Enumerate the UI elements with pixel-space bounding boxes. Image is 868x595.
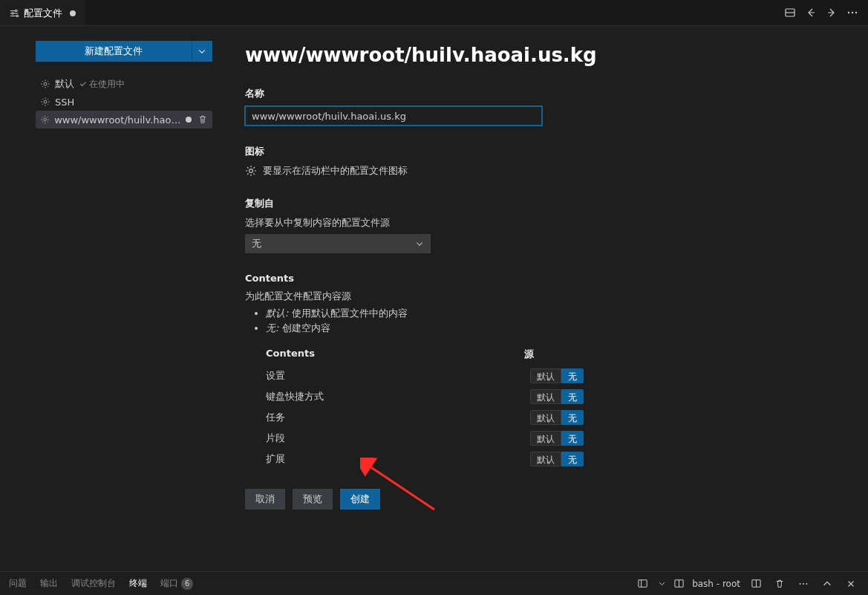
contents-bullets: 默认: 使用默认配置文件中的内容 无: 创建空内容	[245, 306, 587, 336]
chevron-up-icon	[822, 579, 832, 589]
terminal-name-label: bash - root	[692, 579, 740, 589]
profile-name-input[interactable]	[245, 106, 542, 126]
profiles-list: 默认 在使用中 SSH www/wwwroot/huilv.haoai…	[36, 75, 212, 129]
dirty-indicator-icon	[70, 10, 76, 16]
source-none-button[interactable]: 无	[561, 452, 584, 466]
contents-row: 任务默认无	[245, 407, 587, 428]
contents-col-header: Contents	[248, 348, 524, 361]
contents-row: 片段默认无	[245, 428, 587, 449]
nav-back-button[interactable]	[801, 3, 820, 22]
contents-row-name: 扩展	[248, 452, 530, 466]
svg-point-10	[44, 118, 47, 121]
source-col-header: 源	[524, 348, 584, 361]
source-none-button[interactable]: 无	[561, 368, 584, 383]
profiles-sidebar: 新建配置文件 默认 在使用中 SSH	[0, 26, 223, 571]
nav-forward-button[interactable]	[822, 3, 841, 22]
terminal-icon	[673, 578, 685, 589]
panel-tab-terminal[interactable]: 终端	[129, 577, 147, 590]
dirty-indicator-icon	[186, 117, 192, 123]
svg-point-20	[803, 583, 804, 585]
contents-row-name: 片段	[248, 432, 530, 445]
cancel-button[interactable]: 取消	[245, 489, 285, 510]
editor-tab-profiles[interactable]: 配置文件	[0, 0, 85, 25]
layout-toggle-button[interactable]	[780, 3, 800, 22]
delete-profile-button[interactable]	[198, 114, 208, 125]
profile-item-label: www/wwwroot/huilv.haoai…	[54, 114, 181, 126]
svg-rect-13	[639, 580, 647, 587]
svg-point-5	[848, 12, 849, 13]
profile-in-use-badge: 在使用中	[79, 78, 125, 91]
trash-icon	[774, 579, 785, 589]
close-icon	[846, 579, 856, 589]
arrow-right-icon	[826, 7, 838, 19]
source-none-button[interactable]: 无	[561, 431, 584, 446]
svg-point-19	[800, 583, 801, 585]
copy-select-value: 无	[252, 237, 261, 250]
profile-item-default[interactable]: 默认 在使用中	[36, 75, 212, 93]
contents-row: 设置默认无	[245, 365, 587, 386]
icon-label: 图标	[245, 145, 587, 158]
svg-point-6	[852, 12, 853, 13]
source-default-button[interactable]: 默认	[530, 452, 561, 466]
source-default-button[interactable]: 默认	[530, 389, 561, 404]
source-default-button[interactable]: 默认	[530, 410, 561, 425]
copy-source-select[interactable]: 无	[245, 234, 431, 253]
source-default-button[interactable]: 默认	[530, 368, 561, 383]
ellipsis-icon	[798, 579, 809, 589]
contents-table: Contents 源 设置默认无键盘快捷方式默认无任务默认无片段默认无扩展默认无	[245, 343, 587, 469]
kill-terminal-button[interactable]	[771, 576, 788, 592]
svg-point-2	[16, 15, 18, 16]
split-left-button[interactable]	[634, 576, 650, 592]
page-title: www/wwwroot/huilv.haoai.us.kg	[245, 44, 846, 66]
svg-point-9	[44, 100, 47, 103]
bottom-panel: 问题 输出 调试控制台 终端 端口6 bash - root	[0, 571, 868, 595]
contents-row-name: 设置	[248, 369, 530, 383]
panel-tab-ports[interactable]: 端口6	[160, 577, 193, 590]
source-none-button[interactable]: 无	[561, 389, 584, 404]
panel-close-button[interactable]	[843, 576, 859, 592]
chevron-down-icon	[198, 47, 206, 56]
gear-icon	[40, 114, 50, 125]
create-button[interactable]: 创建	[340, 489, 380, 510]
arrow-left-icon	[805, 7, 817, 19]
tab-bar: 配置文件	[0, 0, 868, 26]
profile-item-ssh[interactable]: SSH	[36, 93, 212, 111]
new-profile-dropdown-button[interactable]	[192, 41, 212, 62]
source-none-button[interactable]: 无	[561, 410, 584, 425]
svg-point-8	[44, 82, 47, 85]
gear-icon[interactable]	[245, 165, 257, 177]
contents-desc: 为此配置文件配置内容源	[245, 290, 587, 303]
new-profile-button[interactable]: 新建配置文件	[36, 41, 192, 62]
contents-row: 扩展默认无	[245, 449, 587, 469]
panel-maximize-button[interactable]	[819, 576, 835, 592]
ellipsis-icon	[846, 7, 858, 19]
profile-item-label: 默认	[55, 77, 74, 91]
split-icon	[751, 578, 762, 589]
layout-sidebar-left-icon	[637, 578, 648, 589]
contents-label: Contents	[245, 273, 587, 284]
svg-point-11	[249, 169, 253, 173]
svg-point-0	[15, 10, 16, 11]
svg-point-21	[806, 583, 807, 585]
gear-icon	[40, 97, 50, 107]
profile-item-wwwroot[interactable]: www/wwwroot/huilv.haoai…	[36, 111, 212, 129]
svg-point-1	[12, 12, 13, 13]
split-terminal-button[interactable]	[748, 576, 764, 592]
chevron-down-icon[interactable]	[658, 579, 666, 588]
check-icon	[79, 79, 88, 88]
profile-item-label: SSH	[55, 97, 74, 108]
icon-desc: 要显示在活动栏中的配置文件图标	[263, 164, 408, 178]
preview-button[interactable]: 预览	[293, 489, 333, 510]
source-default-button[interactable]: 默认	[530, 431, 561, 446]
panel-tab-problems[interactable]: 问题	[9, 577, 27, 590]
copy-desc: 选择要从中复制内容的配置文件源	[245, 216, 587, 230]
panel-tab-debug[interactable]: 调试控制台	[71, 577, 116, 590]
copy-label: 复制自	[245, 197, 587, 210]
more-actions-button[interactable]	[843, 3, 862, 22]
new-profile-label: 新建配置文件	[85, 45, 143, 58]
panel-more-button[interactable]	[795, 576, 812, 592]
panel-tab-output[interactable]: 输出	[40, 577, 58, 590]
name-label: 名称	[245, 87, 587, 100]
contents-row-name: 键盘快捷方式	[248, 390, 530, 403]
settings-sliders-icon	[9, 8, 19, 19]
